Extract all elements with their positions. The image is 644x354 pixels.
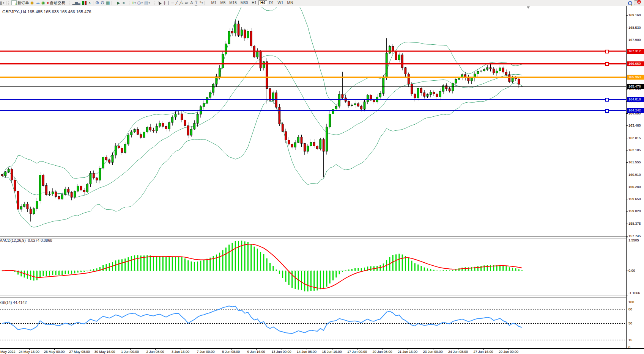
text-label-button[interactable]: T [194,0,199,5]
candle [105,155,107,161]
zoom-out-icon: ⊖ [101,0,104,5]
macd-histogram-bar [235,241,236,271]
cursor-button[interactable] [156,0,162,5]
fibonacci-button[interactable]: ≡F [184,0,189,5]
candle [102,157,104,171]
zoom-in-icon: ⊕ [95,0,99,5]
line-end-marker[interactable] [605,98,609,102]
candle [430,90,431,97]
tab-D1[interactable]: D1 [267,1,276,5]
macd-histogram-bar [269,263,271,271]
macd-histogram-bar [20,271,22,276]
panel-divider-rsi[interactable] [0,296,644,298]
macd-histogram-bar [395,254,397,271]
chart-window-glyph: ▥ [0,0,2,5]
zoom-out-button[interactable]: ⊖ [100,0,105,5]
channel-button[interactable]: ╱E [178,0,184,5]
line-end-marker[interactable] [605,62,609,66]
macd-histogram-bar [348,269,350,271]
indicators-button[interactable]: +▾ [131,0,137,5]
chart-window[interactable]: GBPJPY-,H4 165.485 165.633 165.466 165.4… [0,6,644,354]
macd-histogram-bar [294,271,296,289]
text-label-icon: T [195,0,198,6]
candle [231,28,233,36]
macd-histogram-bar [354,268,356,271]
chart-window-icon[interactable]: ▥▾ [0,0,5,5]
rsi-layer[interactable] [0,306,626,340]
tab-MN[interactable]: MN [285,1,295,5]
candle [5,171,6,178]
macd-histogram-bar [304,271,305,291]
tile-windows-button[interactable]: ▦ [105,0,110,5]
macd-histogram-bar [137,255,138,271]
chart-plot[interactable] [0,6,644,354]
arrows-button[interactable]: *▾ [199,0,203,5]
candle [241,27,242,38]
templates-button[interactable]: ▤▾ [143,0,151,5]
crosshair-button[interactable]: ┼ [162,0,167,5]
candle [493,67,494,75]
search-button[interactable] [627,0,633,5]
signals-button[interactable]: ◉ [41,0,46,5]
macd-histogram-bar [339,271,340,274]
macd-histogram-bar [194,262,195,271]
candle [150,124,151,132]
timeframe-bar: M1M5M15M30H1H4D1W1MN [209,0,295,5]
candle [272,91,274,103]
candle [8,168,9,173]
macd-histogram-bar [329,271,331,284]
toolbar-grip [207,1,208,5]
auto-scroll-button[interactable]: ▶ [116,0,121,5]
candle [17,189,19,226]
panel-divider-macd[interactable] [0,236,644,238]
zoom-in-button[interactable]: ⊕ [94,0,100,5]
macd-layer[interactable] [0,241,523,291]
candle [71,191,72,200]
candle [446,83,447,91]
tab-W1[interactable]: W1 [276,1,285,5]
macd-histogram-bar [449,271,450,271]
community-button[interactable]: ☁ [35,0,41,5]
price-axis[interactable]: 169.160168.530167.900165.350164.720164.0… [626,6,644,348]
autotrading-button[interactable]: ● 自动交易 [46,0,66,5]
macd-histogram-bar [156,256,157,271]
text-button[interactable]: A [189,0,194,5]
vertical-line-button[interactable]: │ [167,0,170,5]
tab-H1[interactable]: H1 [250,1,258,5]
market-gold-button[interactable]: ◆ [30,0,35,5]
tab-H4[interactable]: H4 [258,0,267,5]
candlestick-chart-icon2 [85,1,87,5]
main-chart-layer[interactable] [2,6,523,227]
macd-histogram-bar [96,268,98,271]
periods-button[interactable]: ◷▾ [137,0,143,5]
chart-shift-button[interactable]: ⇥ [121,0,125,5]
line-chart-button[interactable]: ∧ [88,0,92,5]
tab-M5[interactable]: M5 [218,1,227,5]
trendline-button[interactable]: ╱ [175,0,178,5]
macd-histogram-bar [398,254,400,271]
candlestick-chart-button[interactable] [81,0,88,5]
macd-histogram-bar [427,268,428,271]
line-end-marker[interactable] [605,50,609,53]
line-end-marker[interactable] [605,109,609,113]
bar-chart-button[interactable]: ▂▅▃ [71,0,80,5]
horizontal-line-icon: ─ [171,0,174,5]
macd-histogram-bar [58,271,60,275]
new-order-button[interactable]: + 新订单 [11,0,30,5]
rsi-line [2,306,522,334]
candle [288,137,290,146]
time-axis[interactable]: May 202224 May 16:0026 May 00:0027 May 0… [0,348,644,354]
tab-M30[interactable]: M30 [239,1,250,5]
macd-histogram-bar [424,268,425,271]
horizontal-line-button[interactable]: ─ [170,0,175,5]
tab-M1[interactable]: M1 [209,1,218,5]
candle [52,188,54,196]
candle [427,94,428,98]
candle [172,116,173,126]
candle [342,72,343,99]
notifications-button[interactable]: 1 [633,0,642,5]
text-icon: A [190,0,193,5]
candle [376,94,378,103]
price-tick [627,150,628,150]
tab-M15[interactable]: M15 [227,1,238,5]
